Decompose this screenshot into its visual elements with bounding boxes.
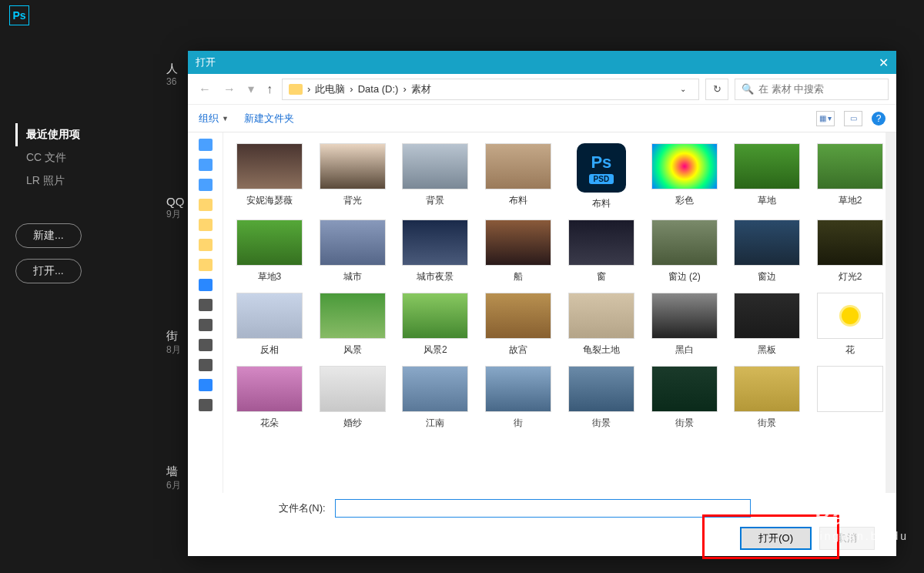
file-name: 街 bbox=[514, 417, 523, 430]
file-item[interactable]: 花朵 bbox=[229, 363, 310, 433]
sidebar-location-icon[interactable] bbox=[199, 159, 213, 171]
nav-recent[interactable]: 最近使用项 bbox=[15, 123, 139, 146]
file-name: 窗边 bbox=[758, 270, 776, 283]
sidebar-location-icon[interactable] bbox=[199, 359, 213, 371]
crumb-pc[interactable]: 此电脑 bbox=[315, 82, 345, 96]
sidebar-location-icon[interactable] bbox=[199, 239, 213, 251]
scrollbar[interactable] bbox=[886, 132, 896, 493]
file-item[interactable]: 草地3 bbox=[229, 216, 310, 286]
search-input[interactable] bbox=[758, 83, 888, 95]
file-item[interactable]: 婚纱 bbox=[313, 363, 393, 433]
new-button[interactable]: 新建... bbox=[15, 223, 82, 248]
psd-icon: PsPSD bbox=[577, 143, 626, 193]
nav-back-icon[interactable]: ← bbox=[196, 82, 214, 96]
file-item[interactable]: 彩色 bbox=[644, 140, 725, 213]
file-thumbnail bbox=[485, 219, 551, 266]
file-item[interactable]: 背光 bbox=[313, 140, 393, 213]
sidebar-location-icon[interactable] bbox=[199, 339, 213, 351]
file-thumbnail bbox=[236, 293, 303, 339]
dialog-cancel-button[interactable]: 取消 bbox=[819, 527, 875, 550]
file-item[interactable]: 风景2 bbox=[396, 290, 476, 360]
file-item[interactable]: 背景 bbox=[396, 140, 476, 213]
preview-pane-button[interactable]: ▭ bbox=[844, 111, 862, 126]
sidebar-location-icon[interactable] bbox=[199, 179, 213, 191]
sidebar-location-icon[interactable] bbox=[199, 219, 213, 231]
view-mode-button[interactable]: ▦ ▾ bbox=[816, 111, 835, 126]
file-item[interactable]: 风景 bbox=[313, 290, 393, 360]
file-name: 彩色 bbox=[675, 194, 694, 207]
sidebar-location-icon[interactable] bbox=[199, 139, 213, 151]
breadcrumb[interactable]: › 此电脑 › Data (D:) › 素材 ⌄ bbox=[282, 79, 699, 100]
filename-label: 文件名(N): bbox=[279, 501, 326, 515]
dialog-sidebar[interactable] bbox=[188, 132, 223, 493]
file-item[interactable]: 城市夜景 bbox=[396, 216, 476, 286]
organize-button[interactable]: 组织 ▼ bbox=[199, 112, 229, 126]
file-item[interactable]: 安妮海瑟薇 bbox=[229, 140, 310, 213]
filename-input[interactable] bbox=[335, 499, 751, 518]
close-icon[interactable]: ✕ bbox=[879, 55, 889, 70]
file-item[interactable]: 城市 bbox=[313, 216, 393, 286]
sidebar-location-icon[interactable] bbox=[199, 279, 213, 291]
crumb-folder[interactable]: 素材 bbox=[411, 82, 431, 96]
file-name: 婚纱 bbox=[343, 417, 362, 430]
files-area[interactable]: 安妮海瑟薇背光背景布料PsPSD布料彩色草地草地2草地3城市城市夜景船窗窗边 (… bbox=[223, 132, 896, 493]
sidebar-location-icon[interactable] bbox=[199, 379, 213, 391]
file-item[interactable]: PsPSD布料 bbox=[561, 140, 641, 213]
open-button[interactable]: 打开... bbox=[15, 259, 82, 283]
file-item[interactable]: 窗边 (2) bbox=[644, 216, 725, 286]
file-item[interactable]: 街景 bbox=[561, 363, 641, 433]
file-name: 城市夜景 bbox=[417, 270, 454, 283]
file-thumbnail bbox=[817, 143, 883, 189]
nav-forward-icon[interactable]: → bbox=[220, 82, 239, 96]
file-item[interactable]: 街景 bbox=[644, 363, 725, 433]
nav-recent-icon[interactable]: ▾ bbox=[245, 82, 257, 96]
nav-lr-photos[interactable]: LR 照片 bbox=[15, 169, 139, 193]
file-item[interactable]: 江南 bbox=[396, 363, 476, 433]
file-name: 草地 bbox=[758, 194, 776, 207]
file-item[interactable]: 灯光2 bbox=[810, 216, 890, 286]
file-item[interactable]: 黑白 bbox=[644, 290, 725, 360]
sidebar-location-icon[interactable] bbox=[199, 259, 213, 271]
file-item[interactable]: 黑板 bbox=[728, 290, 808, 360]
file-item[interactable]: 花 bbox=[810, 290, 890, 360]
sidebar-location-icon[interactable] bbox=[199, 319, 213, 331]
file-item[interactable]: 布料 bbox=[478, 140, 558, 213]
file-thumbnail bbox=[320, 219, 386, 266]
file-item[interactable]: 窗边 bbox=[728, 216, 808, 286]
file-item[interactable]: 窗 bbox=[561, 216, 641, 286]
file-name: 安妮海瑟薇 bbox=[246, 194, 293, 207]
file-thumbnail bbox=[485, 293, 551, 339]
nav-up-icon[interactable]: ↑ bbox=[263, 82, 276, 96]
file-item[interactable]: 街 bbox=[478, 363, 558, 433]
file-name: 风景 bbox=[343, 343, 362, 357]
file-item[interactable]: 故宫 bbox=[478, 290, 558, 360]
dialog-open-button[interactable]: 打开(O) bbox=[740, 527, 812, 550]
file-thumbnail bbox=[402, 366, 468, 412]
crumb-drive[interactable]: Data (D:) bbox=[358, 83, 399, 95]
file-name: 草地2 bbox=[839, 194, 862, 207]
file-name: 风景2 bbox=[424, 343, 447, 357]
sidebar-location-icon[interactable] bbox=[199, 399, 213, 411]
file-name: 龟裂土地 bbox=[583, 343, 620, 357]
file-item[interactable] bbox=[810, 363, 890, 433]
file-thumbnail bbox=[734, 293, 800, 339]
file-name: 背光 bbox=[343, 194, 362, 207]
file-item[interactable]: 街景 bbox=[728, 363, 808, 433]
crumb-dropdown-icon[interactable]: ⌄ bbox=[674, 85, 692, 93]
sidebar-location-icon[interactable] bbox=[199, 299, 213, 311]
app-topbar: Ps bbox=[0, 0, 924, 31]
search-box[interactable]: 🔍 bbox=[735, 79, 889, 100]
file-name: 背景 bbox=[426, 194, 444, 207]
file-name: 窗 bbox=[597, 270, 606, 283]
new-folder-button[interactable]: 新建文件夹 bbox=[244, 112, 294, 126]
dialog-navbar: ← → ▾ ↑ › 此电脑 › Data (D:) › 素材 ⌄ ↻ 🔍 bbox=[188, 74, 896, 105]
file-item[interactable]: 反相 bbox=[229, 290, 310, 360]
refresh-button[interactable]: ↻ bbox=[705, 79, 728, 100]
help-icon[interactable]: ? bbox=[872, 112, 886, 126]
file-item[interactable]: 草地 bbox=[728, 140, 808, 213]
file-item[interactable]: 草地2 bbox=[810, 140, 890, 213]
file-item[interactable]: 船 bbox=[478, 216, 558, 286]
sidebar-location-icon[interactable] bbox=[199, 199, 213, 211]
nav-cc-files[interactable]: CC 文件 bbox=[15, 146, 139, 169]
file-item[interactable]: 龟裂土地 bbox=[561, 290, 641, 360]
